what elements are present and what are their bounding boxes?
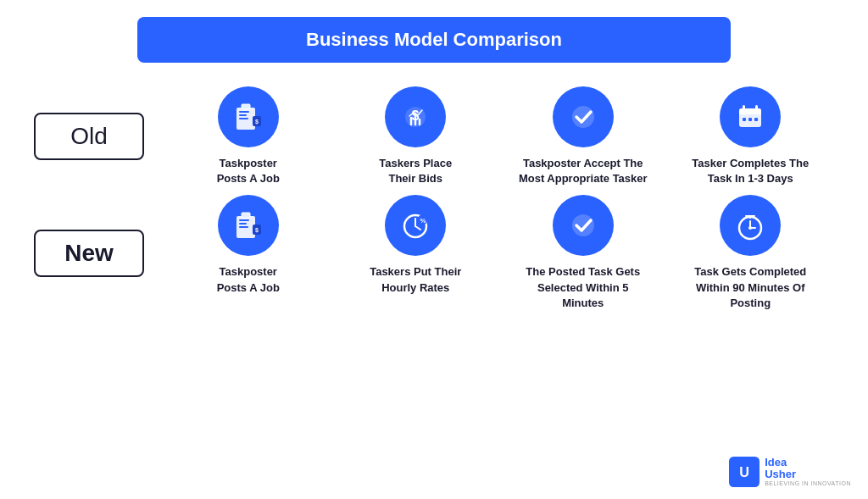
item-label-bids: Taskers Place Their Bids <box>379 156 452 186</box>
svg-rect-18 <box>743 118 746 121</box>
svg-rect-20 <box>754 118 758 121</box>
svg-rect-2 <box>239 114 247 116</box>
svg-rect-17 <box>755 105 758 111</box>
svg-rect-1 <box>239 111 249 113</box>
svg-text:$: $ <box>255 227 259 234</box>
comparison-section: Old $ Taskposter Posts A Job $ Taskers P… <box>34 86 834 311</box>
logo-area: U Idea Usher BELIEVING IN INNOVATION <box>729 457 851 487</box>
icon-circle-accept <box>553 86 614 147</box>
item-label-hourly: Taskers Put Their Hourly Rates <box>370 264 461 295</box>
items-row-new: $ Taskposter Posts A Job % Taskers Put T… <box>164 195 834 311</box>
item-complete-new: Task Gets Completed Within 90 Minutes Of… <box>682 195 818 311</box>
item-jobs-post-old: $ Taskposter Posts A Job <box>181 86 316 186</box>
item-label-jobs-post-old: Taskposter Posts A Job <box>217 156 280 186</box>
item-label-selected: The Posted Task Gets Selected Within 5 M… <box>526 264 640 311</box>
logo-usher: Usher <box>765 469 851 480</box>
svg-point-39 <box>748 226 752 230</box>
items-row-old: $ Taskposter Posts A Job $ Taskers Place… <box>164 86 834 186</box>
header-bar: Business Model Comparison <box>137 17 731 63</box>
svg-rect-24 <box>239 226 248 228</box>
icon-circle-complete-old <box>720 86 781 147</box>
icon-circle-jobs-post-old: $ <box>218 86 279 147</box>
svg-line-30 <box>415 226 420 230</box>
svg-rect-3 <box>239 118 248 119</box>
item-selected: The Posted Task Gets Selected Within 5 M… <box>515 195 651 311</box>
item-label-accept: Taskposter Accept The Most Appropriate T… <box>519 156 648 186</box>
svg-rect-23 <box>239 223 247 225</box>
item-hourly: % Taskers Put Their Hourly Rates <box>348 195 483 295</box>
svg-text:$: $ <box>255 119 259 125</box>
icon-circle-bids: $ <box>385 86 446 147</box>
label-old: Old <box>34 113 144 160</box>
logo-tagline: BELIEVING IN INNOVATION <box>765 480 851 487</box>
svg-rect-4 <box>242 104 250 109</box>
svg-text:%: % <box>420 217 426 225</box>
svg-rect-19 <box>748 118 752 121</box>
logo-icon: U <box>729 457 760 487</box>
item-bids: $ Taskers Place Their Bids <box>348 86 483 186</box>
item-label-jobs-post-new: Taskposter Posts A Job <box>217 264 280 295</box>
icon-circle-complete-new <box>720 195 781 256</box>
logo-idea: Idea <box>765 457 851 469</box>
item-label-complete-new: Task Gets Completed Within 90 Minutes Of… <box>694 264 806 311</box>
page: Business Model Comparison Old $ Taskpost… <box>0 0 868 499</box>
item-label-complete-old: Tasker Completes The Task In 1-3 Days <box>692 156 809 186</box>
svg-rect-15 <box>739 112 761 114</box>
logo-text: Idea Usher BELIEVING IN INNOVATION <box>765 457 851 487</box>
page-title: Business Model Comparison <box>163 29 705 51</box>
item-jobs-post-new: $ Taskposter Posts A Job <box>181 195 316 295</box>
svg-rect-16 <box>743 105 745 111</box>
item-accept: Taskposter Accept The Most Appropriate T… <box>515 86 651 186</box>
icon-circle-jobs-post-new: $ <box>218 195 279 256</box>
row-old: Old $ Taskposter Posts A Job $ Taskers P… <box>34 86 834 186</box>
svg-text:U: U <box>739 464 749 480</box>
svg-rect-22 <box>239 219 249 221</box>
svg-rect-25 <box>242 213 250 218</box>
row-new: New $ Taskposter Posts A Job % Taskers P… <box>34 195 834 311</box>
icon-circle-selected <box>553 195 614 256</box>
label-new: New <box>34 230 144 277</box>
item-complete-old: Tasker Completes The Task In 1-3 Days <box>682 86 818 186</box>
icon-circle-hourly: % <box>385 195 446 256</box>
